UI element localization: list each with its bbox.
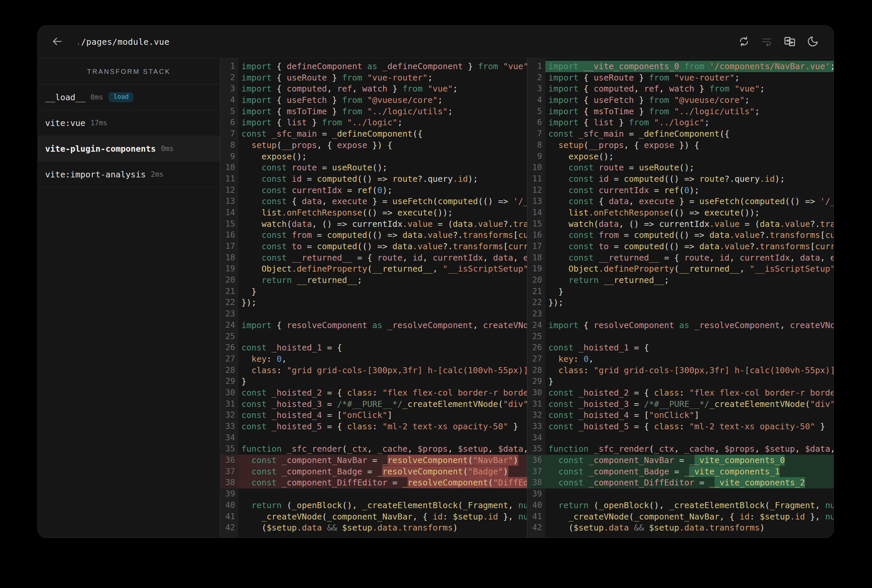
- split-view-toggle-button[interactable]: [783, 35, 796, 49]
- code-line: 22});: [220, 297, 527, 308]
- line-number: 38: [527, 477, 545, 489]
- code-line: 33const _hoisted_5 = { class: "ml-2 text…: [220, 421, 527, 432]
- code-line: 17 const to = computed(() => data.value?…: [220, 241, 527, 252]
- code-line: 1import { defineComponent as _defineComp…: [220, 61, 527, 72]
- line-number: 40: [527, 500, 545, 511]
- line-number: 13: [527, 196, 545, 207]
- code-line: 16 const from = computed(() => data.valu…: [220, 230, 527, 241]
- code-line: 17 const to = computed(() => data.value?…: [527, 241, 834, 252]
- line-number: 4: [220, 94, 238, 106]
- line-number: 35: [527, 443, 545, 455]
- line-number: 39: [527, 489, 545, 500]
- line-number: 31: [527, 399, 545, 410]
- line-number: 29: [220, 376, 238, 387]
- main-area: TRANSFORM STACK __load__0msloadvite:vue1…: [38, 58, 834, 537]
- plugin-duration: 17ms: [90, 119, 107, 127]
- code-line: 1import __vite_components_0 from '/compo…: [527, 61, 834, 72]
- line-number: 37: [220, 466, 238, 477]
- line-number: 16: [527, 230, 545, 241]
- code-line: 4import { useFetch } from "@vueuse/core"…: [527, 94, 834, 106]
- code-line: 32const _hoisted_4 = ["onClick"]: [527, 410, 834, 421]
- line-number: 9: [527, 151, 545, 162]
- code-line: 14 list.onFetchResponse(() => execute())…: [220, 207, 527, 219]
- code-line: 24import { resolveComponent as _resolveC…: [220, 320, 527, 331]
- code-line: 42 ($setup.data && $setup.data.transform…: [527, 522, 834, 534]
- file-path-text: /pages/module.vue: [81, 37, 170, 47]
- line-number: 9: [220, 151, 238, 162]
- title-bar: ./pages/module.vue: [38, 26, 834, 58]
- line-number: 33: [220, 421, 238, 432]
- back-arrow-icon: [51, 35, 63, 48]
- code-line: 28 class: "grid grid-cols-[300px,3fr] h-…: [220, 365, 527, 376]
- code-line: 15 watch(data, () => currentIdx.value = …: [220, 219, 527, 230]
- plugin-duration: 2ms: [151, 170, 164, 178]
- line-number: 25: [220, 331, 238, 342]
- transform-stack-item-vite-vue[interactable]: vite:vue17ms: [38, 110, 220, 136]
- line-number: 1: [527, 61, 545, 72]
- code-line: 30const _hoisted_2 = { class: "flex flex…: [527, 387, 834, 399]
- line-number: 20: [527, 274, 545, 286]
- line-number: 41: [220, 511, 238, 522]
- line-number: 39: [220, 489, 238, 500]
- code-line: 10 const route = useRoute();: [220, 162, 527, 173]
- transform-stack-item-vite-import-analysis[interactable]: vite:import-analysis2ms: [38, 162, 220, 188]
- code-line: 5import { msToTime } from "../logic/util…: [527, 106, 834, 117]
- line-number: 5: [527, 106, 545, 117]
- transform-stack-sidebar: TRANSFORM STACK __load__0msloadvite:vue1…: [38, 58, 220, 537]
- code-line: 11 const id = computed(() => route?.quer…: [527, 173, 834, 185]
- line-number: 22: [220, 297, 238, 308]
- line-number: 14: [527, 207, 545, 219]
- line-wrap-toggle-button[interactable]: [761, 35, 773, 48]
- line-number: 36: [527, 455, 545, 466]
- line-number: 20: [220, 274, 238, 286]
- line-number: 1: [220, 61, 238, 72]
- code-line: 18 const __returned__ = { route, id, cur…: [527, 252, 834, 264]
- code-line: 39: [220, 489, 527, 500]
- code-line: 34: [527, 432, 834, 444]
- line-number: 23: [220, 308, 238, 320]
- line-number: 28: [527, 365, 545, 376]
- line-number: 24: [527, 320, 545, 331]
- code-line: 35function _sfc_render(_ctx, _cache, $pr…: [527, 443, 834, 455]
- line-number: 15: [220, 219, 238, 230]
- code-panel-before[interactable]: 1import { defineComponent as _defineComp…: [220, 58, 527, 537]
- line-number: 27: [527, 354, 545, 365]
- transform-stack-item-vite-plugin-components[interactable]: vite-plugin-components0ms: [38, 136, 220, 162]
- line-number: 11: [220, 173, 238, 185]
- code-line: 19 Object.defineProperty(__returned__, "…: [220, 263, 527, 274]
- theme-toggle-button[interactable]: [807, 35, 819, 48]
- transform-stack-item-load[interactable]: __load__0msload: [38, 84, 220, 110]
- code-line: 8 setup(__props, { expose }) {: [527, 140, 834, 151]
- code-line: 23: [527, 308, 834, 320]
- line-number: 30: [220, 387, 238, 399]
- line-number: 10: [220, 162, 238, 173]
- code-line: 31const _hoisted_3 = /*#__PURE__*/_creat…: [220, 399, 527, 410]
- code-before: 1import { defineComponent as _defineComp…: [220, 58, 527, 534]
- code-line: 12 const currentIdx = ref(0);: [220, 185, 527, 196]
- refresh-button[interactable]: [738, 35, 750, 48]
- plugin-name: vite:import-analysis: [45, 170, 146, 179]
- plugin-duration: 0ms: [90, 93, 103, 101]
- code-line: 30const _hoisted_2 = { class: "flex flex…: [220, 387, 527, 399]
- code-line: 4import { useFetch } from "@vueuse/core"…: [220, 94, 527, 106]
- code-line: 39: [527, 489, 834, 500]
- line-number: 33: [527, 421, 545, 432]
- plugin-name: __load__: [45, 93, 85, 102]
- code-line: 7const _sfc_main = _defineComponent({: [220, 128, 527, 140]
- code-after: 1import __vite_components_0 from '/compo…: [527, 58, 834, 534]
- code-panel-after[interactable]: 1import __vite_components_0 from '/compo…: [527, 58, 834, 537]
- line-number: 37: [527, 466, 545, 477]
- code-line: 2import { useRoute } from "vue-router";: [220, 72, 527, 84]
- code-line: 9 expose();: [220, 151, 527, 162]
- back-button[interactable]: [51, 35, 63, 48]
- code-line: 38 const _component_DiffEditor = _resolv…: [220, 477, 527, 489]
- line-number: 14: [220, 207, 238, 219]
- code-line: 37 const _component_Badge = __vite_compo…: [527, 466, 834, 477]
- line-number: 7: [527, 128, 545, 140]
- plugin-duration: 0ms: [161, 145, 173, 153]
- line-number: 2: [220, 72, 238, 84]
- code-line: 34: [220, 432, 527, 444]
- line-number: 4: [527, 94, 545, 106]
- hook-badge: load: [109, 92, 134, 102]
- code-line: 21 }: [527, 286, 834, 297]
